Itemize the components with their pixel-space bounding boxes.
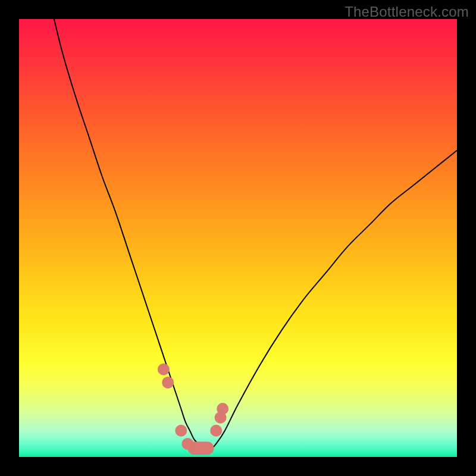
marker-dot (162, 377, 174, 389)
marker-dot (181, 438, 193, 450)
marker-dot (175, 425, 187, 437)
chart-frame: TheBottleneck.com (0, 0, 476, 476)
curve-svg (19, 19, 457, 457)
bottleneck-curve (54, 19, 457, 449)
plot-area (19, 19, 457, 457)
marker-dot (217, 403, 228, 415)
marker-dot (158, 364, 170, 375)
marker-dot (210, 425, 222, 437)
watermark-text: TheBottleneck.com (345, 4, 469, 20)
